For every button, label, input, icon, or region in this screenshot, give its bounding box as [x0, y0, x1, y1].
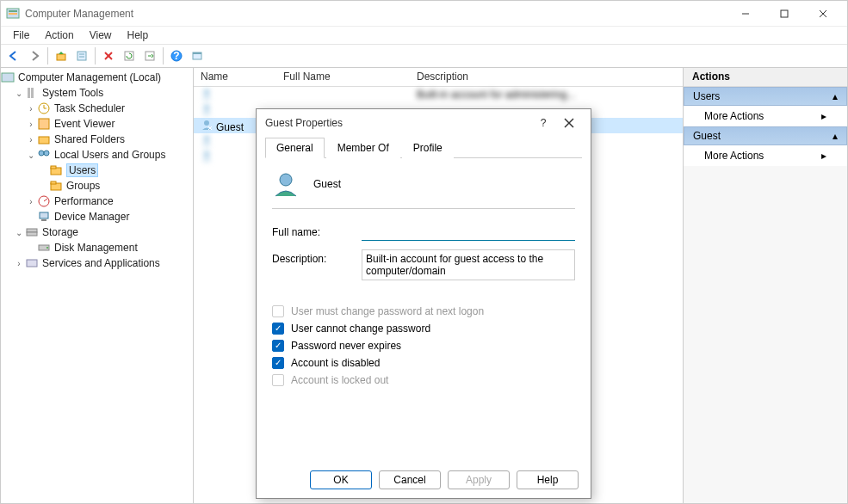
user-icon — [201, 102, 214, 116]
dialog-help-button[interactable]: ? — [530, 110, 556, 136]
fullname-label: Full name: — [272, 223, 362, 238]
svg-rect-30 — [51, 166, 56, 169]
svg-text:?: ? — [173, 50, 179, 62]
svg-rect-38 — [27, 232, 37, 236]
list-row[interactable]: Built-in account for administering... — [194, 87, 683, 102]
menu-file[interactable]: File — [6, 28, 36, 43]
tree-services-apps[interactable]: › Services and Applications — [1, 255, 193, 271]
delete-button[interactable] — [99, 46, 118, 65]
checkbox-checked-icon[interactable] — [272, 357, 284, 369]
svg-point-44 — [204, 120, 209, 126]
tree-local-users-groups[interactable]: ⌄ Local Users and Groups — [1, 147, 193, 163]
svg-rect-36 — [41, 219, 46, 221]
fullname-input[interactable] — [362, 223, 575, 241]
tab-general[interactable]: General — [265, 138, 325, 158]
svg-rect-19 — [2, 73, 14, 82]
svg-point-43 — [204, 105, 209, 110]
dialog-title-bar: Guest Properties ? — [257, 109, 591, 137]
column-description[interactable]: Description — [410, 68, 683, 86]
title-bar: Computer Management — [1, 1, 847, 27]
tree-root[interactable]: Computer Management (Local) — [1, 70, 193, 85]
tree-disk-management[interactable]: Disk Management — [1, 240, 193, 255]
actions-guest-section[interactable]: Guest ▴ — [684, 126, 847, 145]
description-input[interactable]: Built-in account for guest access to the… — [362, 249, 575, 280]
collapse-icon[interactable]: ⌄ — [25, 151, 37, 160]
dialog-close-button[interactable] — [556, 110, 582, 136]
actions-more-users[interactable]: More Actions ▸ — [684, 106, 847, 126]
menu-help[interactable]: Help — [121, 28, 156, 43]
toolbar-separator — [95, 47, 96, 65]
expand-icon[interactable]: › — [25, 197, 37, 206]
collapse-icon[interactable]: ⌄ — [13, 89, 25, 98]
tab-member-of[interactable]: Member Of — [326, 138, 400, 158]
help-button[interactable]: Help — [517, 470, 579, 489]
up-button[interactable] — [52, 46, 71, 65]
minimize-button[interactable] — [726, 1, 764, 27]
cancel-button[interactable]: Cancel — [379, 470, 441, 489]
maximize-button[interactable] — [764, 1, 803, 27]
guest-properties-dialog: Guest Properties ? General Member Of Pro… — [256, 108, 591, 499]
checkbox-checked-icon[interactable] — [272, 340, 284, 352]
svg-point-27 — [39, 151, 44, 156]
check-must-change: User must change password at next logon — [272, 305, 575, 317]
ok-button[interactable]: OK — [310, 470, 372, 489]
tree-event-viewer[interactable]: › Event Viewer — [1, 116, 193, 132]
svg-rect-4 — [781, 10, 788, 17]
menu-view[interactable]: View — [83, 28, 119, 43]
svg-rect-25 — [39, 119, 49, 129]
dialog-buttons: OK Cancel Apply Help — [257, 462, 591, 498]
menu-action[interactable]: Action — [38, 28, 80, 43]
check-never-expires[interactable]: Password never expires — [272, 340, 575, 352]
tree-task-scheduler[interactable]: › Task Scheduler — [1, 101, 193, 116]
toolbar: ? — [1, 44, 847, 68]
svg-point-45 — [204, 136, 209, 141]
forward-button[interactable] — [25, 46, 44, 65]
tree-groups[interactable]: Groups — [1, 178, 193, 194]
show-hide-button[interactable] — [188, 46, 207, 65]
tree-shared-folders[interactable]: › Shared Folders — [1, 132, 193, 147]
check-disabled[interactable]: Account is disabled — [272, 357, 575, 369]
svg-rect-2 — [9, 13, 17, 15]
window-controls — [726, 1, 842, 27]
chevron-right-icon: ▸ — [821, 110, 826, 122]
help-button[interactable]: ? — [167, 46, 186, 65]
properties-button[interactable] — [72, 46, 91, 65]
checkbox-icon — [272, 305, 284, 317]
column-name[interactable]: Name — [194, 68, 276, 86]
tree-device-manager[interactable]: Device Manager — [1, 209, 193, 224]
actions-pane: Actions Users ▴ More Actions ▸ Guest ▴ M… — [684, 68, 847, 503]
svg-rect-1 — [9, 10, 17, 12]
expand-icon[interactable]: › — [13, 259, 25, 268]
svg-rect-7 — [57, 54, 65, 60]
expand-icon[interactable]: › — [25, 104, 37, 114]
collapse-icon[interactable]: ⌄ — [13, 228, 25, 237]
user-icon — [201, 87, 214, 101]
svg-point-49 — [280, 174, 292, 186]
column-fullname[interactable]: Full Name — [276, 68, 410, 86]
expand-icon[interactable]: › — [25, 120, 37, 129]
tree-storage[interactable]: ⌄ Storage — [1, 224, 193, 240]
close-button[interactable] — [803, 1, 842, 27]
refresh-button[interactable] — [120, 46, 139, 65]
tree-performance[interactable]: › Performance — [1, 194, 193, 209]
tree-users[interactable]: Users — [1, 163, 193, 178]
actions-users-section[interactable]: Users ▴ — [684, 87, 847, 106]
dialog-tabs: General Member Of Profile — [265, 137, 582, 158]
toolbar-separator — [163, 47, 164, 65]
apply-button[interactable]: Apply — [448, 470, 510, 489]
expand-icon[interactable]: › — [25, 135, 37, 144]
description-label: Description: — [272, 249, 362, 265]
checkbox-checked-icon[interactable] — [272, 323, 284, 335]
actions-more-guest[interactable]: More Actions ▸ — [684, 145, 847, 166]
back-button[interactable] — [4, 46, 23, 65]
svg-rect-8 — [77, 52, 86, 60]
collapse-icon: ▴ — [833, 130, 838, 142]
tab-profile[interactable]: Profile — [402, 138, 454, 158]
check-cannot-change[interactable]: User cannot change password — [272, 323, 575, 335]
dialog-title: Guest Properties — [265, 117, 530, 129]
check-locked-out: Account is locked out — [272, 374, 575, 386]
export-button[interactable] — [140, 46, 159, 65]
tree-system-tools[interactable]: ⌄ System Tools — [1, 85, 193, 101]
checkbox-icon — [272, 374, 284, 386]
user-large-icon — [272, 170, 300, 198]
